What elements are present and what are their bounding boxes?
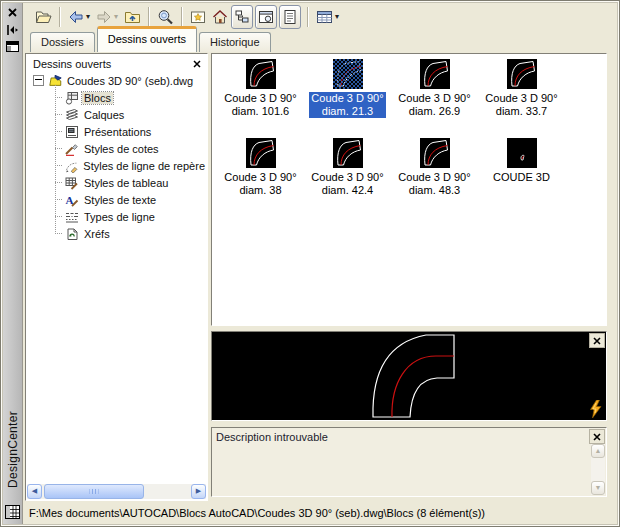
back-button[interactable]: ▾ — [65, 5, 93, 29]
block-thumbnail-elbow — [246, 59, 276, 89]
home-button[interactable] — [209, 5, 231, 29]
preview-close-icon[interactable] — [589, 333, 605, 348]
back-icon — [68, 9, 84, 25]
forward-button[interactable]: ▾ — [93, 5, 121, 29]
scroll-right-icon[interactable]: ▶ — [191, 484, 206, 499]
tree-item-label: Styles de texte — [82, 194, 158, 206]
tab-historique[interactable]: Historique — [199, 32, 271, 52]
tree-item-types-de-ligne[interactable]: Types de ligne — [26, 208, 207, 225]
toolbar-separator — [148, 7, 150, 27]
block-label: Coude 3 D 90° diam. 38 — [222, 171, 298, 197]
load-button[interactable] — [32, 5, 55, 29]
designcenter-icon — [5, 505, 20, 519]
preview-toggle-icon — [258, 9, 274, 25]
tree-item-label: Xréfs — [82, 228, 112, 240]
block-thumbnail-elbow — [420, 59, 450, 89]
scrollbar-thumb[interactable] — [44, 484, 144, 499]
scroll-down-icon[interactable]: ▼ — [591, 481, 605, 495]
tree-horizontal-scrollbar[interactable]: ◀ ▶ — [27, 484, 206, 499]
properties-icon[interactable] — [5, 40, 20, 53]
text-styles-icon: A — [65, 193, 79, 207]
tree-item-label: Calques — [82, 109, 126, 121]
tree-item-label: Types de ligne — [82, 211, 157, 223]
block-label: Coude 3 D 90° diam. 48.3 — [396, 171, 472, 197]
description-close-icon[interactable] — [589, 429, 605, 444]
load-icon — [35, 9, 52, 25]
up-icon — [124, 9, 141, 25]
scroll-up-icon[interactable]: ▲ — [591, 444, 605, 458]
up-button[interactable] — [121, 5, 144, 29]
leader-styles-icon — [65, 159, 78, 173]
table-styles-icon — [65, 176, 79, 190]
tree-item-styles-de-ligne-de-repere[interactable]: Styles de ligne de repère — [26, 157, 207, 174]
tab-bar: Dossiers Dessins ouverts Historique — [23, 29, 273, 52]
block-label: Coude 3 D 90° diam. 21.3 — [309, 92, 385, 118]
block-thumbnail-elbow — [420, 138, 450, 168]
status-bar: F:\Mes documents\AUTOCAD\Blocs AutoCAD\C… — [23, 503, 617, 524]
layouts-icon — [65, 125, 79, 139]
block-item[interactable]: Coude 3 D 90° diam. 101.6 — [217, 59, 304, 118]
home-icon — [212, 9, 228, 25]
lightning-bolt-icon — [589, 400, 602, 418]
tree-root-drawing[interactable]: Coudes 3D 90° (seb).dwg — [26, 72, 207, 89]
dimension-styles-icon — [65, 142, 79, 156]
tree-item-presentations[interactable]: Présentations — [26, 123, 207, 140]
tree-item-styles-de-tableau[interactable]: Styles de tableau — [26, 174, 207, 191]
block-thumbnail-elbow — [507, 59, 537, 89]
search-button[interactable] — [154, 5, 177, 29]
linetypes-icon — [65, 210, 79, 224]
block-thumbnail-coude3d — [507, 138, 537, 168]
tree-item-label: Blocs — [82, 92, 113, 104]
tab-dessins-ouverts[interactable]: Dessins ouverts — [97, 26, 197, 52]
tree-view-toggle-icon — [234, 9, 250, 25]
block-label: Coude 3 D 90° diam. 26.9 — [396, 92, 472, 118]
description-panel: Description introuvable ▲ ▼ — [211, 427, 607, 497]
tab-dossiers[interactable]: Dossiers — [30, 32, 95, 52]
tree-item-styles-de-cotes[interactable]: Styles de cotes — [26, 140, 207, 157]
block-item[interactable]: Coude 3 D 90° diam. 33.7 — [478, 59, 565, 118]
block-item[interactable]: Coude 3 D 90° diam. 26.9 — [391, 59, 478, 118]
description-toggle-button[interactable] — [279, 5, 301, 29]
back-dropdown-icon[interactable]: ▾ — [86, 13, 90, 21]
palette-title: DesignCenter — [6, 411, 20, 488]
block-thumbnail-elbow — [333, 59, 363, 89]
scroll-left-icon[interactable]: ◀ — [27, 484, 42, 499]
tree-item-calques[interactable]: Calques — [26, 106, 207, 123]
tree-item-label: Présentations — [82, 126, 153, 138]
views-button[interactable]: ▾ — [313, 5, 342, 29]
favorites-button[interactable] — [187, 5, 209, 29]
tree-item-label: Styles de cotes — [82, 143, 161, 155]
search-icon — [157, 9, 174, 25]
tree-item-blocs[interactable]: Blocs — [26, 89, 207, 106]
tree-item-label: Styles de tableau — [82, 177, 170, 189]
toolbar-separator — [307, 7, 309, 27]
views-dropdown-icon[interactable]: ▾ — [335, 13, 339, 21]
tree-panel-title: Dessins ouverts — [33, 58, 191, 70]
blocks-icon — [65, 91, 79, 105]
layers-icon — [65, 108, 79, 122]
tree-close-icon[interactable] — [191, 58, 203, 70]
preview-toggle-button[interactable] — [255, 5, 277, 29]
forward-icon — [96, 9, 112, 25]
block-item[interactable]: Coude 3 D 90° diam. 38 — [217, 138, 304, 197]
tree-item-styles-de-texte[interactable]: A Styles de texte — [26, 191, 207, 208]
scrollbar-track[interactable] — [42, 484, 191, 499]
block-thumbnail-elbow — [246, 138, 276, 168]
description-vertical-scrollbar[interactable]: ▲ ▼ — [591, 444, 605, 495]
block-item[interactable]: Coude 3 D 90° diam. 48.3 — [391, 138, 478, 197]
tree-view-toggle-button[interactable] — [231, 5, 253, 29]
block-item-selected[interactable]: Coude 3 D 90° diam. 21.3 — [304, 59, 391, 118]
block-label: Coude 3 D 90° diam. 42.4 — [309, 171, 385, 197]
forward-dropdown-icon[interactable]: ▾ — [114, 13, 118, 21]
blocks-items-panel: Coude 3 D 90° diam. 101.6 Coude 3 D 90° … — [211, 53, 607, 326]
collapse-expander-icon[interactable] — [33, 75, 44, 86]
favorites-icon — [190, 9, 206, 25]
block-item[interactable]: COUDE 3D — [478, 138, 565, 197]
description-toggle-icon — [282, 9, 298, 25]
svg-text:A: A — [66, 193, 74, 205]
close-icon[interactable] — [5, 6, 20, 19]
tree-item-xrefs[interactable]: Xréfs — [26, 225, 207, 242]
block-item[interactable]: Coude 3 D 90° diam. 42.4 — [304, 138, 391, 197]
autohide-icon[interactable] — [5, 23, 20, 36]
block-label: Coude 3 D 90° diam. 33.7 — [483, 92, 559, 118]
